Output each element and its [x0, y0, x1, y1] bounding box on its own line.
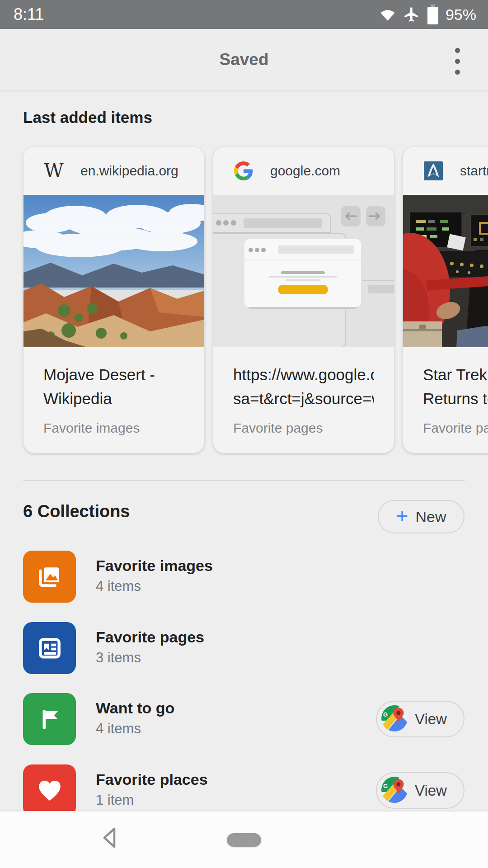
- svg-text:G: G: [383, 783, 388, 789]
- google-maps-icon: G: [381, 705, 408, 733]
- card-header: W en.wikipedia.org: [23, 147, 204, 195]
- app-bar: Saved: [0, 29, 488, 90]
- page-title: Saved: [219, 50, 268, 69]
- card-collection-label: Favorite pages: [423, 420, 488, 436]
- svg-text:G: G: [383, 711, 388, 718]
- collection-row-favorite-images[interactable]: Favorite images 4 items: [0, 551, 488, 604]
- site-url: en.wikipedia.org: [80, 163, 178, 179]
- heart-icon: [23, 764, 76, 816]
- card-title-line: Returns to: [423, 387, 488, 410]
- saved-item-card-startrek[interactable]: startrek.com: [403, 147, 488, 453]
- navigation-bar: [0, 811, 488, 868]
- card-header: google.com: [213, 147, 394, 195]
- google-icon: [234, 161, 253, 180]
- view-in-maps-button[interactable]: G View: [376, 701, 465, 737]
- collection-count: 3 items: [96, 649, 204, 666]
- collection-name: Favorite places: [96, 770, 208, 789]
- startrek-icon: [424, 161, 443, 180]
- card-title-line: sa=t&rct=j&source=web: [233, 387, 374, 410]
- site-url: google.com: [270, 163, 340, 179]
- google-maps-icon: G: [381, 777, 408, 805]
- newspaper-icon: [23, 622, 76, 674]
- site-url: startrek.com: [460, 163, 488, 179]
- overflow-menu-icon[interactable]: [445, 45, 470, 77]
- saved-item-card-wikipedia[interactable]: W en.wikipedia.org: [23, 147, 204, 453]
- flag-icon: [23, 693, 76, 745]
- card-title-line: Mojave Desert -: [43, 363, 184, 387]
- clock: 8:11: [14, 5, 44, 24]
- collection-name: Favorite pages: [96, 627, 204, 646]
- card-header: startrek.com: [403, 147, 488, 195]
- wifi-icon: [380, 8, 396, 21]
- card-body: Mojave Desert - Wikipedia Favorite image…: [23, 347, 204, 436]
- card-title-line: Wikipedia: [43, 387, 184, 410]
- saved-screen: 8:11 95% Saved Last added items W en.wik…: [0, 0, 488, 868]
- battery-icon: [427, 5, 438, 24]
- airplane-mode-icon: [403, 6, 420, 23]
- collection-count: 1 item: [96, 792, 208, 809]
- card-body: Star Trek C Returns to Favorite pages: [403, 347, 488, 436]
- collection-name: Favorite images: [96, 556, 213, 575]
- last-added-heading: Last added items: [23, 108, 152, 127]
- new-collection-button[interactable]: + New: [378, 500, 465, 533]
- home-button[interactable]: [227, 833, 261, 847]
- card-thumbnail-startrek: [403, 195, 488, 347]
- collections-heading: 6 Collections: [23, 502, 130, 521]
- status-bar: 8:11 95%: [0, 0, 488, 29]
- card-collection-label: Favorite images: [43, 420, 184, 436]
- collection-name: Want to go: [96, 698, 174, 717]
- wikipedia-icon: W: [44, 161, 63, 180]
- collection-row-favorite-places[interactable]: Favorite places 1 item G: [0, 764, 488, 818]
- card-collection-label: Favorite pages: [233, 420, 374, 436]
- back-button[interactable]: [101, 825, 119, 850]
- card-thumbnail-page-placeholder: [213, 195, 394, 347]
- section-divider: [23, 480, 465, 481]
- card-body: https://www.google.co sa=t&rct=j&source=…: [213, 347, 394, 436]
- plus-icon: +: [396, 505, 408, 526]
- photo-library-icon: [23, 551, 76, 603]
- collection-row-want-to-go[interactable]: Want to go 4 items G: [0, 693, 488, 746]
- collection-count: 4 items: [96, 720, 174, 737]
- battery-percent: 95%: [446, 6, 476, 24]
- card-thumbnail-mojave-desert: [23, 195, 204, 347]
- saved-item-card-google[interactable]: google.com: [213, 147, 394, 453]
- collection-count: 4 items: [96, 578, 213, 595]
- collection-row-favorite-pages[interactable]: Favorite pages 3 items: [0, 622, 488, 675]
- view-in-maps-button[interactable]: G View: [376, 772, 465, 809]
- card-title-line: https://www.google.co: [233, 363, 374, 387]
- card-title-line: Star Trek C: [423, 363, 488, 387]
